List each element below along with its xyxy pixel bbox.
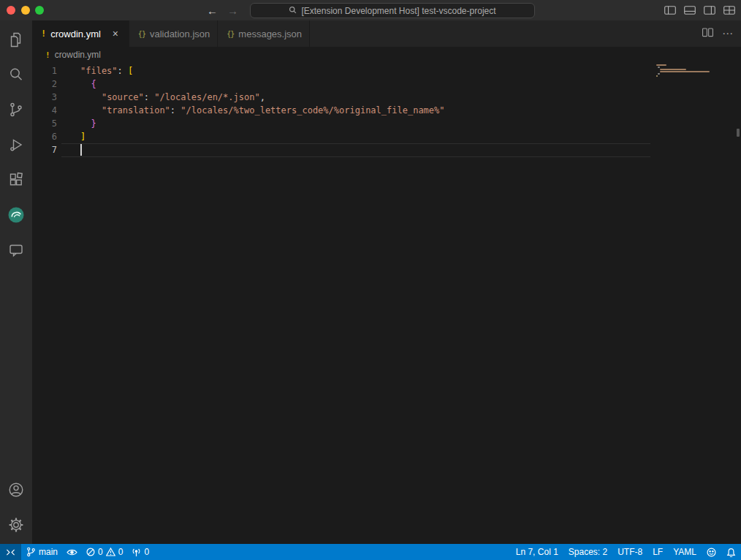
- status-language-mode[interactable]: YAML: [668, 544, 702, 560]
- status-eol[interactable]: LF: [647, 544, 668, 560]
- activity-bar-item-run-debug[interactable]: [0, 129, 32, 164]
- status-label: YAML: [673, 547, 696, 557]
- json-file-icon: {}: [138, 30, 145, 38]
- command-center-text: [Extension Development Host] test-vscode…: [301, 6, 495, 16]
- line-content: }: [61, 117, 96, 130]
- activity-bar-item-source-control[interactable]: [0, 94, 32, 129]
- layout-panel-icon[interactable]: [684, 6, 696, 15]
- line-content: {: [61, 77, 96, 91]
- close-window-button[interactable]: [7, 6, 15, 15]
- tab-label: validation.json: [150, 29, 210, 39]
- command-center[interactable]: [Extension Development Host] test-vscode…: [250, 3, 535, 18]
- status-feedback[interactable]: [702, 544, 721, 560]
- status-remote-indicator[interactable]: [0, 544, 21, 560]
- minimap-line: [660, 71, 710, 72]
- activity-bar-item-explorer[interactable]: [0, 23, 32, 58]
- line-number: 3: [32, 91, 61, 104]
- tab-bar: !crowdin.yml×{}validation.json{}messages…: [32, 20, 741, 47]
- minimize-window-button[interactable]: [21, 6, 30, 15]
- code-line-5[interactable]: 5 }: [32, 117, 741, 130]
- status-label: main: [39, 547, 58, 557]
- close-tab-icon[interactable]: ×: [110, 28, 121, 39]
- text-cursor: [80, 144, 82, 156]
- activity-bar-item-accounts[interactable]: [0, 474, 32, 509]
- code-line-1[interactable]: 1"files": [: [32, 64, 741, 77]
- activity-bar-item-settings[interactable]: [0, 509, 32, 544]
- eye-icon: [66, 548, 77, 556]
- minimap[interactable]: [650, 64, 734, 159]
- warning-status-icon: [106, 548, 115, 556]
- back-icon[interactable]: ←: [207, 4, 218, 17]
- overview-ruler-cursor-marker: [737, 129, 740, 137]
- status-problems[interactable]: 00: [82, 544, 127, 560]
- layout-customize-icon[interactable]: [723, 6, 735, 15]
- line-content: "translation": "/locales/%two_letters_co…: [61, 104, 445, 117]
- minimap-line: [660, 69, 686, 70]
- titlebar-layout-actions: [664, 0, 735, 20]
- code-line-2[interactable]: 2 {: [32, 77, 741, 91]
- vscode-window: ← → [Extension Development Host] test-vs…: [0, 0, 741, 560]
- settings-icon: [7, 516, 25, 537]
- minimap-line: [656, 64, 666, 66]
- status-notifications[interactable]: [721, 544, 741, 560]
- activity-bar-item-extensions[interactable]: [0, 164, 32, 199]
- minimap-line: [656, 75, 658, 77]
- editor-group: !crowdin.yml×{}validation.json{}messages…: [32, 20, 741, 544]
- run-debug-icon: [7, 136, 25, 156]
- status-cursor-position[interactable]: Ln 7, Col 1: [511, 544, 563, 560]
- feedback-icon: [707, 548, 716, 557]
- layout-sidebar-right-icon[interactable]: [704, 6, 715, 15]
- forward-icon: →: [227, 4, 238, 17]
- crowdin-icon: [7, 205, 26, 227]
- breadcrumb-file[interactable]: crowdin.yml: [55, 50, 101, 60]
- line-number: 2: [32, 77, 61, 91]
- file-warning-icon: !: [41, 29, 46, 39]
- more-actions-icon[interactable]: ⋯: [722, 27, 734, 40]
- status-ports[interactable]: 0: [127, 544, 153, 560]
- code-line-3[interactable]: 3 "source": "/locales/en/*.json",: [32, 91, 741, 104]
- activity-bar-item-comments[interactable]: [0, 234, 32, 269]
- traffic-lights: [7, 0, 44, 20]
- line-content: "files": [: [61, 64, 133, 77]
- split-editor-icon[interactable]: [702, 27, 713, 40]
- code-line-6[interactable]: 6]: [32, 130, 741, 143]
- line-content: "source": "/locales/en/*.json",: [61, 91, 265, 104]
- editor-tab-crowdin.yml[interactable]: !crowdin.yml×: [32, 20, 129, 47]
- line-number: 7: [32, 143, 61, 156]
- search-icon: [289, 6, 297, 16]
- extensions-icon: [7, 171, 25, 192]
- activity-bar: [0, 20, 32, 544]
- editor-tab-validation.json[interactable]: {}validation.json: [129, 20, 218, 47]
- error-icon: [86, 548, 95, 556]
- zoom-window-button[interactable]: [35, 6, 44, 15]
- editor-tab-messages.json[interactable]: {}messages.json: [218, 20, 310, 47]
- status-label: 0: [144, 547, 149, 557]
- activity-bar-item-crowdin[interactable]: [0, 199, 32, 234]
- line-number: 6: [32, 130, 61, 143]
- file-warning-icon: !: [45, 50, 50, 60]
- status-label: Spaces: 2: [569, 547, 607, 557]
- tab-label: crowdin.yml: [50, 29, 101, 39]
- remote-icon: [6, 548, 15, 557]
- status-indentation[interactable]: Spaces: 2: [563, 544, 612, 560]
- status-visibility-toggle[interactable]: [62, 544, 82, 560]
- code-line-4[interactable]: 4 "translation": "/locales/%two_letters_…: [32, 104, 741, 117]
- status-git-branch[interactable]: main: [22, 544, 62, 560]
- activity-bar-item-search[interactable]: [0, 58, 32, 94]
- layout-sidebar-left-icon[interactable]: [664, 6, 676, 15]
- comments-icon: [7, 241, 25, 262]
- code-editor[interactable]: 1"files": [2 {3 "source": "/locales/en/*…: [32, 63, 741, 544]
- json-file-icon: {}: [227, 30, 234, 38]
- status-label: 0: [118, 547, 123, 557]
- status-bar: main000 Ln 7, Col 1Spaces: 2UTF-8LFYAML: [0, 544, 741, 560]
- bell-icon: [726, 548, 736, 557]
- search-icon: [7, 66, 25, 86]
- history-nav: ← →: [207, 0, 238, 20]
- breadcrumb[interactable]: ! crowdin.yml: [32, 47, 741, 63]
- status-encoding[interactable]: UTF-8: [612, 544, 647, 560]
- minimap-line: [658, 67, 660, 68]
- minimap-line: [658, 73, 660, 75]
- status-label: Ln 7, Col 1: [516, 547, 558, 557]
- code-line-7[interactable]: 7: [32, 143, 741, 156]
- ports-icon: [132, 548, 141, 557]
